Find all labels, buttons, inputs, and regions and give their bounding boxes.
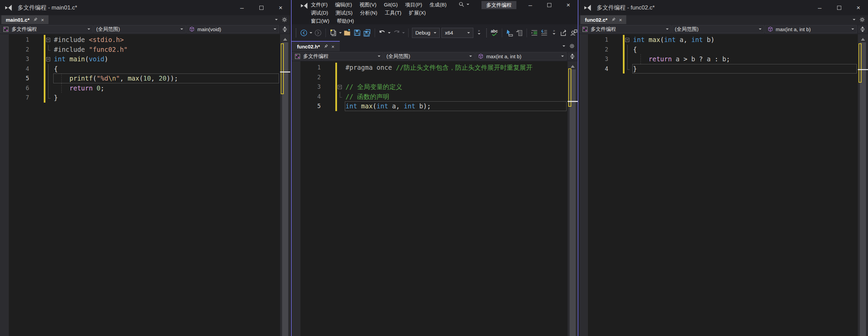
code-text[interactable]: } [53,93,58,103]
code-line-1[interactable]: 1#include <stdio.h> [0,35,280,45]
code-line-4[interactable]: 4// 函数的声明 [292,92,568,102]
editor-options-gear-icon[interactable] [569,43,575,49]
navigate-back-button[interactable] [300,27,308,38]
editor-options-gear-icon[interactable] [860,17,865,22]
code-line-6[interactable]: 6 return 0; [0,83,280,93]
code-text[interactable]: #pragma once //防止头文件包含，防止头文件展开时重复展开 [344,63,533,72]
split-editor-handle[interactable] [858,25,867,33]
code-text[interactable]: // 函数的声明 [344,92,389,102]
code-line-5[interactable]: 5int max(int a, int b); [292,101,568,111]
pointer-select-button[interactable] [505,27,513,38]
maximize-button[interactable] [829,0,849,15]
menu-item[interactable]: 生成(B) [426,1,450,9]
scroll-up-arrow-icon[interactable] [280,36,290,41]
solution-configuration-dropdown[interactable]: Debug [412,28,440,38]
toolbar-grip[interactable] [296,28,297,37]
code-text[interactable]: int max(int a, int b); [344,101,431,111]
fold-collapse-toggle[interactable] [45,54,53,64]
minimize-button[interactable]: – [232,0,252,15]
new-project-chevron-icon[interactable] [339,32,342,35]
share-button[interactable] [560,27,568,38]
pin-icon[interactable] [33,17,38,22]
fold-collapse-toggle[interactable] [45,35,53,45]
scope-dropdown[interactable]: (全局范围) [384,52,475,60]
scope-dropdown[interactable]: (全局范围) [94,25,186,33]
undo-button[interactable] [378,27,386,38]
tab-list-chevron-icon[interactable] [275,19,278,22]
project-dropdown[interactable]: 多文件编程 [0,25,93,33]
comment-button[interactable] [540,27,548,38]
toolbar-overflow-button[interactable]: » [475,27,483,38]
maximize-button[interactable] [252,0,271,15]
tab-close-icon[interactable]: × [41,17,44,23]
menu-item[interactable]: 编辑(E) [331,1,356,9]
code-text[interactable]: #include "func02.h" [53,45,127,55]
editor-options-gear-icon[interactable] [282,17,287,22]
code-text[interactable]: #include <stdio.h> [53,35,124,45]
solution-platform-dropdown[interactable]: x64 [441,28,473,38]
code-text[interactable]: return 0; [53,83,104,93]
menu-item[interactable]: 帮助(H) [333,17,358,25]
member-dropdown[interactable]: max(int a, int b) [475,52,567,60]
scroll-up-arrow-icon[interactable] [858,36,868,41]
member-dropdown[interactable]: main(void) [186,25,279,33]
menu-item[interactable]: 调试(D) [307,9,332,17]
close-button[interactable]: × [559,0,578,10]
close-button[interactable]: × [849,0,868,15]
fold-collapse-toggle[interactable] [625,35,632,45]
code-line-2[interactable]: 2{ [579,45,858,55]
code-line-4[interactable]: 4{ [0,64,280,74]
menu-item[interactable]: 文件(F) [307,1,331,9]
close-button[interactable]: × [271,0,290,15]
code-line-3[interactable]: 3int main(void) [0,54,280,64]
code-line-2[interactable]: 2 [292,72,568,82]
code-text[interactable]: } [632,64,637,74]
code-text[interactable]: { [53,64,58,74]
tab-list-chevron-icon[interactable] [563,45,565,48]
scrollbar-thumb[interactable] [860,42,866,336]
sync-active-document-button[interactable] [515,27,523,38]
code-editor[interactable]: 1#include <stdio.h>2#include "func02.h"3… [0,34,290,336]
code-line-4[interactable]: 4} [579,64,858,74]
menu-item[interactable]: 项目(P) [401,1,426,9]
undo-chevron-icon[interactable] [388,32,391,35]
navigate-back-chevron-icon[interactable] [310,32,312,35]
scope-dropdown[interactable]: (全局范围) [672,25,764,33]
menu-item[interactable]: 窗口(W) [307,17,333,25]
pin-icon[interactable] [611,17,616,22]
code-text[interactable]: int max(int a, int b) [632,35,714,45]
tab-list-chevron-icon[interactable] [853,19,855,22]
titlebar[interactable]: 多文件编程 - main01.c* – × [0,0,290,15]
redo-button[interactable] [392,27,400,38]
indent-button[interactable] [530,27,538,38]
code-text[interactable]: printf("%d\n", max(10, 20)); [53,74,178,83]
code-editor[interactable]: 1int max(int a, int b)2{3 return a > b ?… [579,34,868,336]
fold-collapse-toggle[interactable] [337,82,344,92]
menu-item[interactable]: 测试(S) [332,9,356,17]
project-dropdown[interactable]: 多文件编程 [579,25,671,33]
minimize-button[interactable]: – [521,0,540,10]
spell-check-button[interactable]: abc [490,27,498,38]
navigate-forward-button[interactable] [314,27,322,38]
code-text[interactable] [344,72,346,82]
code-line-3[interactable]: 3// 全局变量的定义 [292,82,568,92]
menu-item[interactable]: Git(G) [380,1,401,9]
code-text[interactable]: int main(void) [53,54,108,64]
minimize-button[interactable]: – [810,0,829,15]
member-dropdown[interactable]: max(int a, int b) [765,25,857,33]
split-editor-handle[interactable] [280,25,290,33]
code-line-7[interactable]: 7} [0,93,280,103]
menu-item[interactable]: 视图(V) [356,1,380,9]
vertical-scrollbar[interactable] [280,34,290,336]
code-line-3[interactable]: 3 return a > b ? a : b; [579,54,858,64]
titlebar[interactable]: 文件(F)编辑(E)视图(V)Git(G)项目(P)生成(B) 调试(D)测试(… [292,0,578,24]
toolbar-grip[interactable] [486,28,487,37]
menu-item[interactable]: 工具(T) [381,9,405,17]
tab-main01[interactable]: main01.c* × [1,15,48,24]
tab-func02c[interactable]: func02.c* × [580,15,626,24]
code-line-1[interactable]: 1#pragma once //防止头文件包含，防止头文件展开时重复展开 [292,63,568,72]
new-project-button[interactable] [329,27,337,38]
project-dropdown[interactable]: 多文件编程 [292,52,383,60]
titlebar[interactable]: 多文件编程 - func02.c* – × [579,0,868,15]
vertical-scrollbar[interactable] [858,34,868,336]
